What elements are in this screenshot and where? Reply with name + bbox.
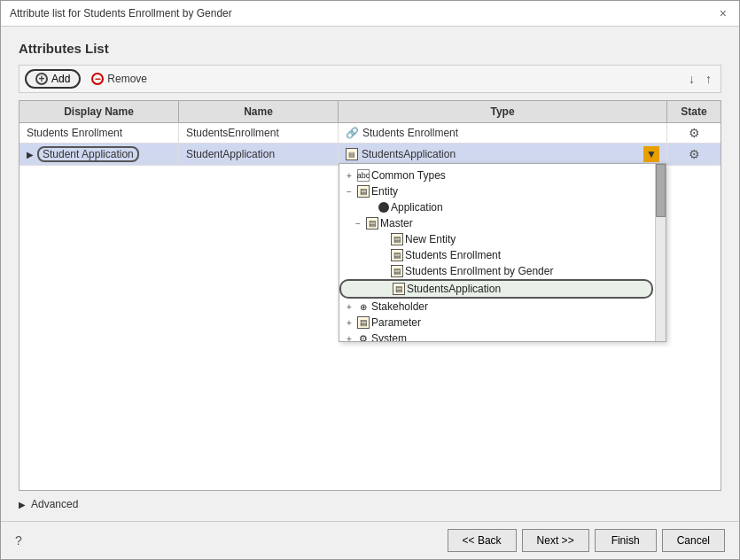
expander-icon[interactable]: + — [343, 332, 355, 341]
advanced-arrow-icon: ▶ — [19, 500, 26, 509]
tree-item-system[interactable]: + ⚙ System — [339, 331, 653, 341]
tree-item-common-types[interactable]: + abc Common Types — [339, 167, 653, 183]
spacer — [377, 265, 389, 277]
cancel-button[interactable]: Cancel — [662, 529, 725, 552]
main-dialog: Attribute list for Students Enrollment b… — [0, 0, 740, 560]
entity-icon: ▤ — [391, 233, 403, 245]
title-bar: Attribute list for Students Enrollment b… — [1, 1, 739, 27]
spacer — [377, 233, 389, 245]
remove-button[interactable]: − Remove — [84, 71, 154, 87]
toolbar: + Add − Remove ↓ ↑ — [19, 65, 721, 93]
spacer — [378, 283, 391, 295]
row1-type: Students Enrollment — [362, 127, 458, 139]
entity-icon: ▤ — [357, 316, 370, 329]
advanced-label[interactable]: Advanced — [31, 498, 78, 510]
header-type: Type — [339, 101, 667, 122]
cell-state: ⚙ — [667, 123, 721, 143]
cell-name: StudentsEnrollment — [179, 123, 339, 143]
cell-display-name: ▶ Student Application — [19, 144, 179, 165]
entity-icon: ▤ — [346, 148, 358, 160]
table-body: Students Enrollment StudentsEnrollment 🔗… — [19, 123, 721, 490]
row2-display-name: Student Application — [37, 146, 139, 162]
tree-body: + abc Common Types − ▤ Entity — [339, 164, 666, 341]
tree-item-new-entity[interactable]: ▤ New Entity — [339, 231, 653, 247]
expander-icon[interactable]: + — [343, 300, 355, 313]
tree-label: Master — [380, 217, 413, 229]
cell-type: 🔗 Students Enrollment — [339, 123, 667, 143]
entity-icon: ▤ — [357, 185, 370, 198]
tree-label: Students Enrollment by Gender — [405, 265, 553, 277]
tree-item-parameter[interactable]: + ▤ Parameter — [339, 315, 653, 331]
move-up-button[interactable]: ↑ — [702, 72, 715, 86]
spacer — [377, 249, 389, 261]
move-down-button[interactable]: ↓ — [685, 72, 698, 86]
section-title: Attributes List — [19, 41, 721, 56]
tree-item-application[interactable]: Application — [339, 199, 653, 215]
dialog-footer: ? << Back Next >> Finish Cancel — [1, 521, 739, 559]
advanced-section: ▶ Advanced — [19, 491, 721, 514]
tree-label: StudentsApplication — [407, 283, 501, 295]
entity-icon: ▤ — [366, 217, 378, 229]
gear-icon: ⚙ — [357, 332, 370, 341]
footer-buttons: << Back Next >> Finish Cancel — [448, 529, 725, 552]
row2-type: StudentsApplication — [362, 148, 456, 160]
tree-label: Parameter — [371, 316, 421, 329]
add-button[interactable]: + Add — [25, 69, 81, 89]
expander-icon[interactable]: + — [343, 316, 355, 329]
tree-item-stakeholder[interactable]: + ⊕ Stakeholder — [339, 299, 653, 315]
table-row[interactable]: ▶ Student Application StudentApplication… — [19, 144, 721, 166]
tree-item-entity[interactable]: − ▤ Entity — [339, 183, 653, 199]
type-tree-popup: + abc Common Types − ▤ Entity — [339, 163, 666, 342]
dialog-body: Attributes List + Add − Remove ↓ ↑ Displ… — [1, 27, 739, 521]
gear-icon: ⚙ — [689, 147, 700, 161]
next-button[interactable]: Next >> — [522, 529, 589, 552]
tree-label: Stakeholder — [371, 300, 428, 313]
cell-display-name: Students Enrollment — [19, 123, 179, 143]
expander-icon[interactable]: + — [343, 169, 355, 182]
entity-icon: ▤ — [391, 249, 403, 261]
tree-label: New Entity — [405, 233, 456, 245]
tree-scrollbar[interactable] — [655, 164, 666, 341]
attributes-table: Display Name Name Type State Students En… — [19, 100, 721, 491]
back-button[interactable]: << Back — [448, 529, 517, 552]
table-row[interactable]: Students Enrollment StudentsEnrollment 🔗… — [19, 123, 721, 144]
abc-icon: abc — [357, 169, 370, 182]
add-icon: + — [35, 73, 48, 85]
entity-icon: ▤ — [393, 283, 405, 295]
stakeholder-icon: ⊕ — [357, 300, 370, 313]
row1-display-name: Students Enrollment — [27, 127, 122, 139]
remove-icon: − — [91, 73, 104, 85]
scrollbar-thumb — [656, 164, 666, 217]
close-button[interactable]: × — [716, 6, 730, 20]
tree-label: Entity — [371, 185, 398, 198]
header-name: Name — [179, 101, 339, 122]
expander-icon — [364, 201, 377, 214]
tree-label: Application — [391, 201, 443, 214]
tree-item-enrollment-by-gender[interactable]: ▤ Students Enrollment by Gender — [339, 263, 653, 279]
cell-type-with-tree: ▤ StudentsApplication ▼ + — [339, 144, 667, 165]
expander-icon[interactable]: − — [352, 217, 364, 229]
circle-icon — [378, 202, 389, 213]
tree-item-students-enrollment[interactable]: ▤ Students Enrollment — [339, 247, 653, 263]
gear-icon: ⚙ — [689, 126, 700, 140]
tree-item-students-application[interactable]: ▤ StudentsApplication — [339, 279, 653, 299]
expander-icon[interactable]: − — [343, 185, 355, 198]
add-label: Add — [51, 73, 70, 85]
header-display-name: Display Name — [19, 101, 179, 122]
table-header: Display Name Name Type State — [19, 101, 721, 123]
tree-item-master[interactable]: − ▤ Master — [339, 215, 653, 231]
tree-label: Students Enrollment — [405, 249, 501, 261]
row2-name: StudentApplication — [186, 148, 275, 160]
row1-name: StudentsEnrollment — [186, 127, 279, 139]
cell-name: StudentApplication — [179, 144, 339, 164]
link-icon: 🔗 — [346, 127, 359, 139]
cell-state: ⚙ — [667, 144, 721, 164]
tree-label: Common Types — [371, 169, 446, 182]
help-icon[interactable]: ? — [15, 533, 22, 548]
tree-label: System — [371, 332, 407, 341]
type-dropdown-button[interactable]: ▼ — [643, 146, 659, 162]
dialog-title: Attribute list for Students Enrollment b… — [10, 7, 232, 19]
finish-button[interactable]: Finish — [595, 529, 657, 552]
header-state: State — [667, 101, 721, 122]
entity-icon: ▤ — [391, 265, 403, 277]
